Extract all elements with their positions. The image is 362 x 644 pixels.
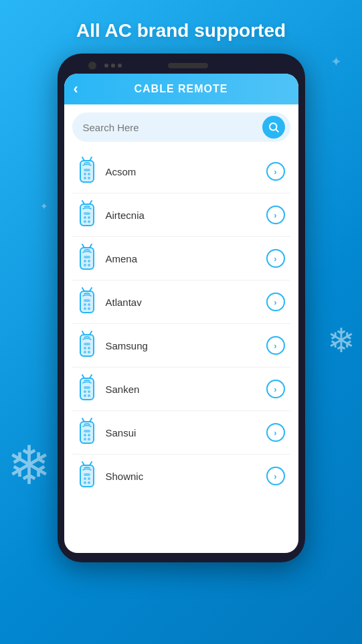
remote-icon bbox=[78, 418, 96, 447]
phone-top-bar bbox=[64, 63, 298, 68]
header-title: CABLE REMOTE bbox=[75, 83, 288, 95]
svg-point-7 bbox=[84, 173, 86, 175]
svg-point-52 bbox=[84, 390, 86, 393]
svg-point-36 bbox=[84, 307, 86, 310]
svg-point-72 bbox=[84, 481, 86, 484]
svg-rect-15 bbox=[84, 212, 90, 215]
snowflake-decor-3: ✦ bbox=[331, 54, 342, 70]
svg-point-25 bbox=[84, 260, 86, 262]
brand-name: Sansui bbox=[106, 427, 266, 438]
phone-dots bbox=[104, 64, 122, 68]
remote-icon bbox=[78, 331, 96, 360]
svg-line-1 bbox=[276, 129, 278, 131]
svg-point-70 bbox=[84, 477, 86, 480]
brand-name: Airtecnia bbox=[106, 210, 266, 221]
remote-icon bbox=[78, 157, 96, 186]
svg-point-8 bbox=[88, 173, 90, 175]
svg-point-18 bbox=[84, 220, 86, 223]
svg-point-9 bbox=[84, 177, 86, 179]
svg-point-54 bbox=[84, 394, 86, 397]
svg-point-46 bbox=[88, 351, 90, 353]
svg-point-73 bbox=[88, 481, 90, 484]
list-item[interactable]: Shownic › bbox=[72, 455, 290, 497]
svg-point-62 bbox=[88, 434, 90, 436]
svg-rect-51 bbox=[84, 386, 90, 389]
svg-rect-24 bbox=[84, 256, 90, 258]
svg-point-43 bbox=[84, 347, 86, 349]
svg-point-27 bbox=[84, 264, 86, 266]
phone-screen: ‹ CABLE REMOTE bbox=[64, 74, 298, 553]
svg-rect-60 bbox=[84, 430, 90, 432]
remote-icon bbox=[78, 287, 96, 317]
list-item[interactable]: Atlantav › bbox=[72, 280, 290, 324]
svg-point-19 bbox=[88, 220, 90, 223]
svg-point-71 bbox=[88, 477, 90, 480]
phone-speaker bbox=[168, 63, 208, 68]
back-button[interactable]: ‹ bbox=[74, 80, 78, 98]
remote-icon bbox=[78, 374, 96, 404]
brand-name: Samsung bbox=[106, 340, 266, 351]
phone-dot-3 bbox=[118, 64, 122, 68]
phone-frame: ‹ CABLE REMOTE bbox=[58, 54, 305, 562]
search-icon bbox=[268, 121, 280, 133]
svg-point-17 bbox=[88, 216, 90, 219]
svg-point-10 bbox=[88, 177, 90, 179]
brand-name: Sanken bbox=[106, 384, 266, 395]
svg-point-34 bbox=[84, 303, 86, 306]
brand-name: Atlantav bbox=[106, 297, 266, 308]
svg-point-55 bbox=[88, 394, 90, 397]
svg-point-37 bbox=[88, 307, 90, 310]
list-item[interactable]: Sanken › bbox=[72, 368, 290, 411]
svg-rect-6 bbox=[84, 169, 90, 171]
search-input[interactable] bbox=[83, 122, 262, 133]
search-button[interactable] bbox=[262, 116, 285, 139]
svg-point-61 bbox=[84, 434, 86, 436]
chevron-right-button[interactable]: › bbox=[266, 206, 285, 224]
remote-icon bbox=[78, 200, 96, 230]
brand-name: Shownic bbox=[106, 471, 266, 482]
svg-point-35 bbox=[88, 303, 90, 306]
svg-point-26 bbox=[88, 260, 90, 262]
chevron-right-button[interactable]: › bbox=[266, 423, 285, 442]
svg-rect-33 bbox=[84, 299, 90, 302]
chevron-right-button[interactable]: › bbox=[266, 293, 285, 311]
list-item[interactable]: Amena › bbox=[72, 237, 290, 280]
list-item[interactable]: Sansui › bbox=[72, 411, 290, 455]
svg-point-45 bbox=[84, 351, 86, 353]
chevron-right-button[interactable]: › bbox=[266, 467, 285, 485]
remote-icon bbox=[78, 461, 96, 491]
list-item[interactable]: Samsung › bbox=[72, 324, 290, 368]
list-item[interactable]: Airtecnia › bbox=[72, 193, 290, 237]
page-heading: All AC brand supported bbox=[76, 20, 286, 42]
snowflake-decor-2: ❄ bbox=[327, 321, 355, 360]
chevron-right-button[interactable]: › bbox=[266, 380, 285, 398]
brand-name: Amena bbox=[106, 253, 266, 264]
chevron-right-button[interactable]: › bbox=[266, 336, 285, 355]
brand-list: Acsom › Airtecnia › bbox=[64, 147, 298, 553]
app-header: ‹ CABLE REMOTE bbox=[64, 74, 298, 104]
phone-dot-2 bbox=[111, 64, 115, 68]
svg-rect-42 bbox=[84, 343, 90, 345]
svg-point-63 bbox=[84, 438, 86, 440]
chevron-right-button[interactable]: › bbox=[266, 162, 285, 181]
brand-name: Acsom bbox=[106, 166, 266, 177]
chevron-right-button[interactable]: › bbox=[266, 249, 285, 268]
list-item[interactable]: Acsom › bbox=[72, 150, 290, 193]
snowflake-decor-1: ❄ bbox=[7, 434, 52, 497]
remote-icon bbox=[78, 244, 96, 273]
snowflake-decor-4: ✦ bbox=[40, 201, 48, 212]
svg-rect-69 bbox=[84, 473, 90, 476]
phone-dot-1 bbox=[104, 64, 108, 68]
svg-point-28 bbox=[88, 264, 90, 266]
svg-point-53 bbox=[88, 390, 90, 393]
phone-camera bbox=[88, 62, 96, 70]
svg-point-44 bbox=[88, 347, 90, 349]
svg-point-64 bbox=[88, 438, 90, 440]
svg-point-16 bbox=[84, 216, 86, 219]
search-bar bbox=[72, 112, 290, 142]
